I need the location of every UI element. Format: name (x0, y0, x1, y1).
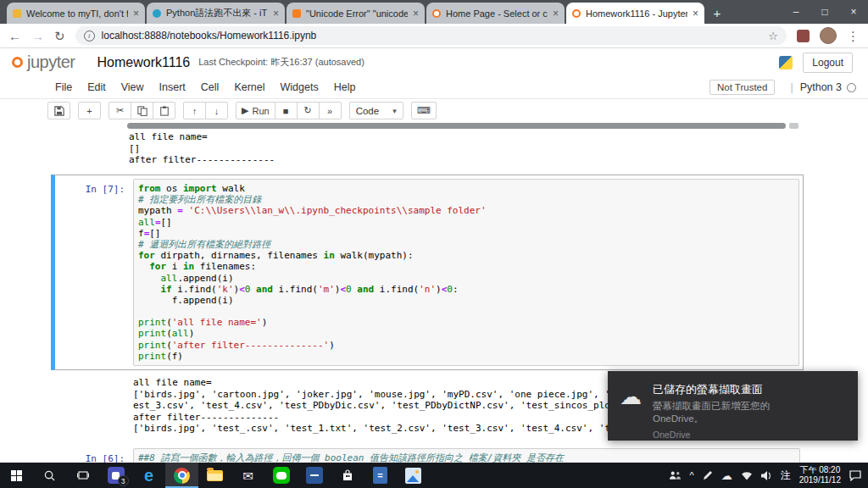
menu-help[interactable]: Help (326, 78, 364, 97)
toast-text-line2: OneDrive。 (653, 413, 770, 425)
windows-taskbar: 3 e ✉ = ^ ☁ (0, 463, 868, 488)
browser-menu-icon[interactable]: ⋮ (847, 30, 860, 42)
tab4-jupyter-favicon-icon (432, 9, 441, 18)
browser-tab-2[interactable]: Python語法跑不出來 - iT 邦 × (147, 3, 285, 24)
tab1-favicon-icon (13, 9, 21, 18)
tab5-close-icon[interactable]: × (693, 8, 698, 19)
code-cell-in6[interactable]: In [6]: ##8 請寫一個函數，輸入為路徑，回傳一個 boolean 值告… (51, 445, 804, 463)
toast-source-app: OneDrive (653, 430, 770, 440)
clock-time: 下午 08:20 (799, 465, 841, 476)
cell6-code-editor[interactable]: ##8 請寫一個函數，輸入為路徑，回傳一個 boolean 值告知該路徑所指向之… (133, 448, 800, 463)
taskbar-search-button[interactable] (33, 463, 66, 488)
windows-logo-icon (11, 470, 22, 481)
kernel-name: Python 3 (800, 81, 842, 93)
add-cell-button[interactable]: + (78, 102, 101, 119)
window-minimize-button[interactable]: – (782, 0, 810, 23)
calculator-icon: = (373, 467, 387, 484)
network-icon[interactable] (741, 471, 753, 480)
run-button[interactable]: ▶Run (236, 102, 275, 119)
menu-insert[interactable]: Insert (152, 78, 193, 97)
onedrive-toast-notification[interactable]: ☁ 已儲存的螢幕擷取畫面 螢幕擷取畫面已新增至您的 OneDrive。 OneD… (608, 371, 858, 441)
menu-file[interactable]: File (47, 78, 80, 97)
cut-cell-button[interactable]: ✂ (108, 102, 131, 119)
move-cell-up-button[interactable]: ↑ (183, 102, 206, 119)
scrollbar-end-cap[interactable] (789, 123, 798, 129)
restart-kernel-button[interactable]: ↻ (297, 102, 320, 119)
logout-button[interactable]: Logout (803, 53, 853, 73)
tab4-close-icon[interactable]: × (553, 8, 559, 19)
task-view-button[interactable] (66, 463, 99, 488)
browser-tab-5-active[interactable]: Homework1116 - Jupyter × (566, 3, 704, 24)
taskbar-app-7[interactable] (298, 463, 331, 488)
taskbar-app-line[interactable] (264, 463, 298, 488)
taskbar-app-edge[interactable]: e (132, 463, 165, 488)
menu-widgets[interactable]: Widgets (273, 78, 326, 97)
onedrive-tray-icon[interactable]: ☁ (721, 470, 732, 481)
tab2-close-icon[interactable]: × (273, 8, 279, 19)
new-tab-button[interactable]: + (706, 3, 728, 24)
tab1-title: Welcome to myTI, don't f (26, 8, 128, 19)
taskbar-app-photos[interactable] (397, 463, 430, 488)
volume-icon[interactable] (761, 471, 772, 480)
notebook-title[interactable]: Homework1116 (97, 55, 191, 70)
store-icon (342, 469, 353, 481)
back-button[interactable]: ← (8, 30, 21, 42)
taskbar-app-1[interactable]: 3 (99, 463, 132, 488)
jupyter-logo[interactable]: jupyter (12, 53, 75, 72)
window-close-button[interactable]: × (839, 0, 868, 23)
restart-run-all-button[interactable]: » (319, 102, 342, 119)
taskbar-app-file-explorer[interactable] (198, 463, 231, 488)
menu-view[interactable]: View (114, 78, 152, 97)
tab3-close-icon[interactable]: × (413, 8, 419, 19)
tray-expand-chevron-icon[interactable]: ^ (690, 470, 694, 480)
move-button-group: ↑ ↓ (183, 102, 228, 119)
command-palette-button[interactable]: ⌨ (411, 102, 437, 119)
mail-icon: ✉ (242, 469, 253, 482)
taskbar-app-mail[interactable]: ✉ (231, 463, 264, 488)
jupyter-menubar: File Edit View Insert Cell Kernel Widget… (0, 76, 868, 99)
url-bar[interactable]: i localhost:8888/notebooks/Homework1116.… (75, 26, 787, 45)
folder-icon (207, 470, 223, 481)
browser-tab-3[interactable]: "Unicode Error" "unicodee × (287, 3, 425, 24)
paste-cell-button[interactable] (153, 102, 175, 119)
cell-type-value: Code (356, 106, 380, 116)
interrupt-kernel-button[interactable]: ■ (275, 102, 298, 119)
task-view-icon (77, 469, 89, 481)
action-center-icon[interactable] (849, 470, 861, 481)
taskbar-clock[interactable]: 下午 08:20 2019/11/12 (799, 465, 841, 486)
menu-kernel[interactable]: Kernel (226, 78, 272, 97)
edit-button-group: ✂ (108, 102, 175, 119)
cell-type-dropdown[interactable]: Code ▾ (349, 102, 403, 119)
menu-edit[interactable]: Edit (80, 78, 114, 97)
taskbar-app-chrome-active[interactable] (165, 463, 198, 488)
ime-indicator[interactable]: 注 (781, 469, 791, 483)
forward-button[interactable]: → (31, 30, 44, 42)
profile-avatar[interactable] (820, 27, 837, 44)
tab1-close-icon[interactable]: × (133, 8, 139, 19)
url-text[interactable]: localhost:8888/notebooks/Homework1116.ip… (102, 30, 762, 42)
browser-tab-4[interactable]: Home Page - Select or cre × (426, 3, 565, 24)
pen-icon[interactable] (703, 470, 713, 480)
jupyter-header: jupyter Homework1116 Last Checkpoint: 昨天… (0, 48, 868, 76)
save-button[interactable] (47, 102, 70, 119)
system-tray: ^ ☁ 注 下午 08:20 2019/11/12 (662, 463, 868, 488)
run-label: Run (252, 106, 269, 116)
copy-cell-button[interactable] (131, 102, 153, 119)
site-info-icon[interactable]: i (84, 30, 95, 42)
window-maximize-button[interactable]: □ (810, 0, 839, 23)
trust-status-badge[interactable]: Not Trusted (709, 80, 775, 95)
browser-tab-1[interactable]: Welcome to myTI, don't f × (7, 3, 145, 24)
extension-icon[interactable] (797, 30, 810, 42)
cell7-code-editor[interactable]: from os import walk# 指定要列出所有檔案的目錄mypath … (133, 179, 799, 366)
move-cell-down-button[interactable]: ↓ (205, 102, 228, 119)
start-button[interactable] (0, 463, 33, 488)
code-cell-in7[interactable]: In [7]: from os import walk# 指定要列出所有檔案的目… (51, 175, 804, 370)
bookmark-star-icon[interactable]: ☆ (768, 30, 778, 42)
tab2-favicon-icon (153, 9, 161, 18)
people-icon[interactable] (669, 470, 682, 480)
taskbar-app-calculator[interactable]: = (364, 463, 397, 488)
horizontal-scrollbar[interactable] (127, 123, 786, 129)
taskbar-app-store[interactable] (331, 463, 364, 488)
reload-button[interactable]: ↻ (54, 30, 65, 42)
menu-cell[interactable]: Cell (193, 78, 227, 97)
